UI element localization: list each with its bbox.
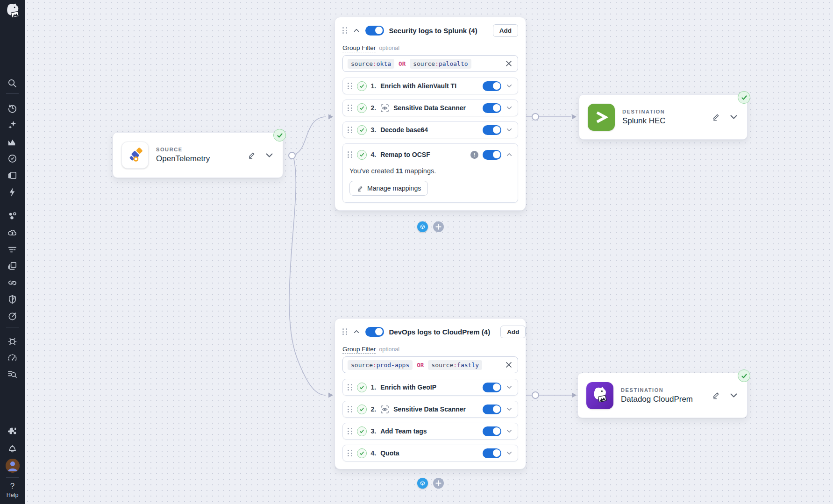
pipeline-canvas[interactable]: SOURCE OpenTelemetry Security logs to Sp… [25,0,833,504]
drag-handle-icon[interactable] [348,83,353,89]
chevron-up-icon[interactable] [505,151,513,158]
destination-node-datadog-cloudprem[interactable]: DESTINATION Datadog CloudPrem [577,373,748,418]
edit-icon[interactable] [711,390,721,401]
drag-handle-icon[interactable] [348,384,353,390]
edit-icon[interactable] [246,150,256,160]
processor-number: 4. [371,449,377,457]
group-security-logs[interactable]: Security logs to Splunk (4) Add Group Fi… [335,17,526,211]
drag-handle-icon[interactable] [348,450,353,456]
processor-toggle[interactable] [483,383,501,392]
puzzle-icon[interactable] [7,426,18,437]
group-filter-optional: optional [379,45,399,51]
status-ok-badge [273,129,286,142]
shield-icon[interactable] [7,294,18,305]
processor-row-sensitive-data-scanner[interactable]: 2. Sensitive Data Scanner [342,401,518,418]
drag-handle-icon[interactable] [348,428,353,434]
processor-row-add-team-tags[interactable]: 3. Add Team tags [342,423,518,440]
processor-toggle[interactable] [483,81,501,91]
layers-icon[interactable] [7,170,18,181]
add-processor-button[interactable]: Add [500,326,526,338]
chevron-down-icon[interactable] [505,82,513,90]
destination-type-label: DESTINATION [622,109,703,114]
chevron-down-icon[interactable] [505,405,513,413]
datadog-logo[interactable] [3,2,22,21]
cluster-icon[interactable] [7,210,18,222]
cloud-cost-icon[interactable] [7,227,18,239]
add-group-plus-button[interactable] [433,478,444,489]
add-processor-button[interactable]: Add [493,24,518,37]
chevron-down-icon[interactable] [505,383,513,391]
chevron-down-icon[interactable] [264,150,274,160]
log-search-icon[interactable] [7,369,18,380]
drag-handle-icon[interactable] [342,27,348,34]
processor-row-sensitive-data-scanner[interactable]: 2. Sensitive Data Scanner [342,99,518,116]
drag-handle-icon[interactable] [348,406,353,412]
group-enabled-toggle[interactable] [365,327,384,337]
filter-or-operator: OR [399,60,406,67]
filter-chip: source:okta [348,59,394,69]
scanner-eye-icon [380,405,389,414]
history-icon[interactable] [7,102,18,114]
chevron-down-icon[interactable] [505,449,513,457]
group-filter-input[interactable]: source:prod-apps OR source:fastly [342,356,518,373]
add-group-plus-button[interactable] [433,221,444,232]
windows-icon[interactable] [7,260,18,272]
clear-filter-icon[interactable] [505,59,513,68]
processor-toggle[interactable] [483,426,501,436]
clear-filter-icon[interactable] [505,361,513,369]
speedometer-icon[interactable] [7,352,18,364]
bolt-icon[interactable] [7,186,18,198]
collapse-chevron-up-icon[interactable] [353,328,360,335]
destination-node-splunk-hec[interactable]: DESTINATION Splunk HEC [579,94,748,140]
avatar[interactable] [6,459,20,473]
processor-toggle[interactable] [483,405,501,414]
chevron-down-icon[interactable] [505,126,513,134]
drag-handle-icon[interactable] [348,127,353,133]
processor-row-enrich-alienvault[interactable]: 1. Enrich with AlienVault TI [342,78,518,94]
chevron-down-icon[interactable] [505,104,513,112]
processor-row-remap-ocsf[interactable]: 4. Remap to OCSF ! You've created 11 map… [342,143,518,203]
collapse-chevron-up-icon[interactable] [353,27,360,34]
destination-type-label: DESTINATION [621,387,703,393]
splunk-icon [588,104,615,131]
chevron-down-icon[interactable] [728,112,739,122]
sparkles-icon[interactable] [7,119,18,131]
chevron-down-icon[interactable] [505,427,513,435]
help-label: Help [0,492,25,498]
processor-toggle[interactable] [483,150,501,160]
processor-ok-icon [357,426,367,436]
info-icon[interactable]: ! [470,151,478,159]
group-devops-logs[interactable]: DevOps logs to CloudPrem (4) Add Group F… [335,318,526,469]
add-processor-bubble-button[interactable] [417,221,428,232]
area-chart-icon[interactable] [7,136,18,148]
processor-label: Enrich with GeoIP [380,383,436,391]
filter-chip: source:prod-apps [348,360,413,370]
filter-lines-icon[interactable] [7,244,18,256]
processor-toggle[interactable] [483,103,501,113]
search-icon[interactable] [7,78,18,89]
bug-icon[interactable] [7,335,18,347]
group-enabled-toggle[interactable] [365,26,384,35]
processor-row-enrich-geoip[interactable]: 1. Enrich with GeoIP [342,379,518,396]
drag-handle-icon[interactable] [342,328,348,335]
add-processor-bubble-button[interactable] [417,478,428,489]
drag-handle-icon[interactable] [348,105,353,111]
group-filter-label: Group Filter [342,44,376,52]
group-filter-input[interactable]: source:okta OR source:paloalto [342,55,518,72]
chevron-down-icon[interactable] [728,390,739,401]
edit-icon[interactable] [711,112,721,122]
target-check-icon[interactable] [7,153,18,164]
source-node-opentelemetry[interactable]: SOURCE OpenTelemetry [113,132,283,178]
drag-handle-icon[interactable] [348,151,353,158]
processor-row-quota[interactable]: 4. Quota [342,445,518,461]
gauge-star-icon[interactable] [7,310,18,322]
processor-row-decode-base64[interactable]: 3. Decode base64 [342,121,518,138]
processor-toggle[interactable] [483,448,501,458]
processor-label: Decode base64 [380,126,428,134]
processor-toggle[interactable] [483,125,501,135]
help-icon[interactable]: ? [0,482,25,491]
processor-label: Quota [380,449,399,457]
bell-icon[interactable] [7,442,18,454]
link-icon[interactable] [7,277,18,289]
manage-mappings-button[interactable]: Manage mappings [349,181,428,196]
